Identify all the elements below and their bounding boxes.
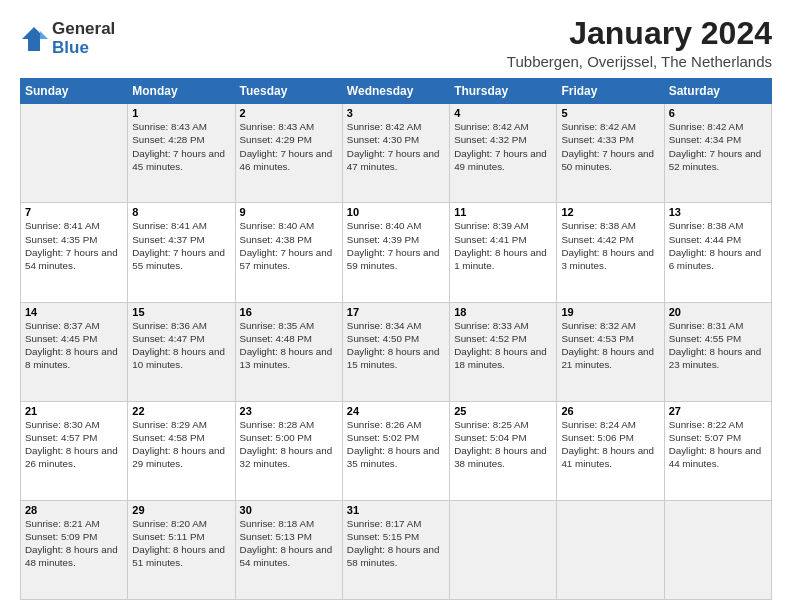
day-number: 15 <box>132 306 230 318</box>
week-row-5: 28 Sunrise: 8:21 AMSunset: 5:09 PMDaylig… <box>21 500 772 599</box>
day-cell: 24 Sunrise: 8:26 AMSunset: 5:02 PMDaylig… <box>342 401 449 500</box>
subtitle: Tubbergen, Overijssel, The Netherlands <box>507 53 772 70</box>
day-cell: 16 Sunrise: 8:35 AMSunset: 4:48 PMDaylig… <box>235 302 342 401</box>
day-number: 3 <box>347 107 445 119</box>
day-cell: 25 Sunrise: 8:25 AMSunset: 5:04 PMDaylig… <box>450 401 557 500</box>
day-info: Sunrise: 8:17 AMSunset: 5:15 PMDaylight:… <box>347 517 445 570</box>
day-info: Sunrise: 8:26 AMSunset: 5:02 PMDaylight:… <box>347 418 445 471</box>
day-number: 14 <box>25 306 123 318</box>
day-info: Sunrise: 8:35 AMSunset: 4:48 PMDaylight:… <box>240 319 338 372</box>
day-number: 13 <box>669 206 767 218</box>
day-info: Sunrise: 8:38 AMSunset: 4:42 PMDaylight:… <box>561 219 659 272</box>
day-cell: 23 Sunrise: 8:28 AMSunset: 5:00 PMDaylig… <box>235 401 342 500</box>
day-info: Sunrise: 8:42 AMSunset: 4:34 PMDaylight:… <box>669 120 767 173</box>
day-number: 25 <box>454 405 552 417</box>
day-number: 5 <box>561 107 659 119</box>
day-cell: 11 Sunrise: 8:39 AMSunset: 4:41 PMDaylig… <box>450 203 557 302</box>
day-number: 9 <box>240 206 338 218</box>
day-cell: 27 Sunrise: 8:22 AMSunset: 5:07 PMDaylig… <box>664 401 771 500</box>
day-cell: 5 Sunrise: 8:42 AMSunset: 4:33 PMDayligh… <box>557 104 664 203</box>
day-number: 4 <box>454 107 552 119</box>
day-cell: 20 Sunrise: 8:31 AMSunset: 4:55 PMDaylig… <box>664 302 771 401</box>
day-info: Sunrise: 8:29 AMSunset: 4:58 PMDaylight:… <box>132 418 230 471</box>
day-info: Sunrise: 8:39 AMSunset: 4:41 PMDaylight:… <box>454 219 552 272</box>
day-cell: 8 Sunrise: 8:41 AMSunset: 4:37 PMDayligh… <box>128 203 235 302</box>
day-number: 7 <box>25 206 123 218</box>
logo-text: General Blue <box>52 20 115 57</box>
day-info: Sunrise: 8:28 AMSunset: 5:00 PMDaylight:… <box>240 418 338 471</box>
day-cell: 30 Sunrise: 8:18 AMSunset: 5:13 PMDaylig… <box>235 500 342 599</box>
day-number: 8 <box>132 206 230 218</box>
col-friday: Friday <box>557 79 664 104</box>
day-cell: 22 Sunrise: 8:29 AMSunset: 4:58 PMDaylig… <box>128 401 235 500</box>
week-row-2: 7 Sunrise: 8:41 AMSunset: 4:35 PMDayligh… <box>21 203 772 302</box>
col-tuesday: Tuesday <box>235 79 342 104</box>
logo-icon <box>20 25 48 53</box>
day-number: 16 <box>240 306 338 318</box>
day-info: Sunrise: 8:43 AMSunset: 4:29 PMDaylight:… <box>240 120 338 173</box>
day-cell: 19 Sunrise: 8:32 AMSunset: 4:53 PMDaylig… <box>557 302 664 401</box>
title-block: January 2024 Tubbergen, Overijssel, The … <box>507 16 772 70</box>
day-info: Sunrise: 8:43 AMSunset: 4:28 PMDaylight:… <box>132 120 230 173</box>
col-monday: Monday <box>128 79 235 104</box>
svg-marker-1 <box>40 31 48 39</box>
day-info: Sunrise: 8:18 AMSunset: 5:13 PMDaylight:… <box>240 517 338 570</box>
day-number: 2 <box>240 107 338 119</box>
day-cell: 17 Sunrise: 8:34 AMSunset: 4:50 PMDaylig… <box>342 302 449 401</box>
day-number: 1 <box>132 107 230 119</box>
day-number: 19 <box>561 306 659 318</box>
day-number: 18 <box>454 306 552 318</box>
day-number: 24 <box>347 405 445 417</box>
day-cell: 29 Sunrise: 8:20 AMSunset: 5:11 PMDaylig… <box>128 500 235 599</box>
day-info: Sunrise: 8:22 AMSunset: 5:07 PMDaylight:… <box>669 418 767 471</box>
day-info: Sunrise: 8:41 AMSunset: 4:37 PMDaylight:… <box>132 219 230 272</box>
day-cell <box>450 500 557 599</box>
day-info: Sunrise: 8:42 AMSunset: 4:33 PMDaylight:… <box>561 120 659 173</box>
day-cell: 1 Sunrise: 8:43 AMSunset: 4:28 PMDayligh… <box>128 104 235 203</box>
day-number: 17 <box>347 306 445 318</box>
day-info: Sunrise: 8:33 AMSunset: 4:52 PMDaylight:… <box>454 319 552 372</box>
day-cell <box>21 104 128 203</box>
logo-blue-text: Blue <box>52 39 115 58</box>
col-thursday: Thursday <box>450 79 557 104</box>
day-cell: 26 Sunrise: 8:24 AMSunset: 5:06 PMDaylig… <box>557 401 664 500</box>
day-info: Sunrise: 8:40 AMSunset: 4:38 PMDaylight:… <box>240 219 338 272</box>
day-info: Sunrise: 8:34 AMSunset: 4:50 PMDaylight:… <box>347 319 445 372</box>
calendar-header-row: Sunday Monday Tuesday Wednesday Thursday… <box>21 79 772 104</box>
day-cell: 3 Sunrise: 8:42 AMSunset: 4:30 PMDayligh… <box>342 104 449 203</box>
day-info: Sunrise: 8:30 AMSunset: 4:57 PMDaylight:… <box>25 418 123 471</box>
day-number: 28 <box>25 504 123 516</box>
day-info: Sunrise: 8:21 AMSunset: 5:09 PMDaylight:… <box>25 517 123 570</box>
day-cell: 14 Sunrise: 8:37 AMSunset: 4:45 PMDaylig… <box>21 302 128 401</box>
day-cell: 15 Sunrise: 8:36 AMSunset: 4:47 PMDaylig… <box>128 302 235 401</box>
day-cell: 7 Sunrise: 8:41 AMSunset: 4:35 PMDayligh… <box>21 203 128 302</box>
day-cell: 12 Sunrise: 8:38 AMSunset: 4:42 PMDaylig… <box>557 203 664 302</box>
day-number: 10 <box>347 206 445 218</box>
day-number: 30 <box>240 504 338 516</box>
day-info: Sunrise: 8:42 AMSunset: 4:30 PMDaylight:… <box>347 120 445 173</box>
day-number: 12 <box>561 206 659 218</box>
day-number: 22 <box>132 405 230 417</box>
header: General Blue January 2024 Tubbergen, Ove… <box>20 16 772 70</box>
day-info: Sunrise: 8:41 AMSunset: 4:35 PMDaylight:… <box>25 219 123 272</box>
day-info: Sunrise: 8:20 AMSunset: 5:11 PMDaylight:… <box>132 517 230 570</box>
day-info: Sunrise: 8:25 AMSunset: 5:04 PMDaylight:… <box>454 418 552 471</box>
week-row-1: 1 Sunrise: 8:43 AMSunset: 4:28 PMDayligh… <box>21 104 772 203</box>
day-info: Sunrise: 8:37 AMSunset: 4:45 PMDaylight:… <box>25 319 123 372</box>
day-cell: 9 Sunrise: 8:40 AMSunset: 4:38 PMDayligh… <box>235 203 342 302</box>
day-cell: 13 Sunrise: 8:38 AMSunset: 4:44 PMDaylig… <box>664 203 771 302</box>
day-info: Sunrise: 8:42 AMSunset: 4:32 PMDaylight:… <box>454 120 552 173</box>
day-info: Sunrise: 8:31 AMSunset: 4:55 PMDaylight:… <box>669 319 767 372</box>
week-row-4: 21 Sunrise: 8:30 AMSunset: 4:57 PMDaylig… <box>21 401 772 500</box>
day-info: Sunrise: 8:36 AMSunset: 4:47 PMDaylight:… <box>132 319 230 372</box>
day-info: Sunrise: 8:40 AMSunset: 4:39 PMDaylight:… <box>347 219 445 272</box>
day-cell: 28 Sunrise: 8:21 AMSunset: 5:09 PMDaylig… <box>21 500 128 599</box>
day-number: 11 <box>454 206 552 218</box>
day-number: 26 <box>561 405 659 417</box>
day-cell: 18 Sunrise: 8:33 AMSunset: 4:52 PMDaylig… <box>450 302 557 401</box>
logo-general-text: General <box>52 20 115 39</box>
col-wednesday: Wednesday <box>342 79 449 104</box>
page: General Blue January 2024 Tubbergen, Ove… <box>0 0 792 612</box>
week-row-3: 14 Sunrise: 8:37 AMSunset: 4:45 PMDaylig… <box>21 302 772 401</box>
day-number: 29 <box>132 504 230 516</box>
